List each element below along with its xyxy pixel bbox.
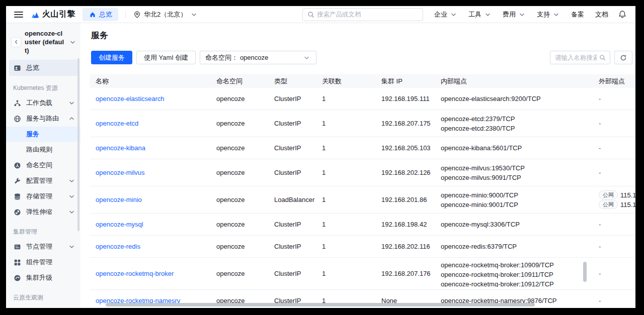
service-name-link[interactable]: opencoze-redis [96,243,140,250]
sidebar-item-label: 总览 [26,63,72,72]
topnav-label: 文档 [595,10,608,19]
logo-text: 火山引擎 [42,9,75,20]
sidebar-section-label: Kubernetes 资源 [13,84,80,92]
internal-endpoints-cell: opencoze-mysql:3306/TCP [441,214,599,235]
sidebar-item-node[interactable]: 节点管理 [6,239,80,254]
sidebar-item-upgrade[interactable]: 集群升级 [6,270,80,285]
sidebar-item-route-rules[interactable]: 路由规则 [6,142,80,157]
location-icon [133,11,141,18]
external-endpoints-cell: 公网115.190.8公网115.190.8 [599,190,635,209]
sidebar-item-namespace[interactable]: 命名空间 [6,158,80,173]
column-header: 集群 IP [381,77,441,86]
chevron-up-icon [67,116,75,121]
chevron-down-icon [67,194,75,199]
divider [125,11,126,18]
service-name-link[interactable]: opencoze-milvus [96,169,145,176]
sidebar-item-config[interactable]: 配置管理 [6,173,80,188]
external-endpoints-cell: - [599,297,635,304]
empty-value-dash: - [599,169,601,176]
table-row: opencoze-mysqlopencozeClusterIP1192.168.… [90,214,635,236]
table-header-row: 名称命名空间类型关联数集群 IP内部端点外部端点 [90,74,635,88]
service-name-cell: opencoze-milvus [90,169,216,176]
sidebar-item-label: 工作负载 [26,98,67,108]
type-cell: LoadBalancer [274,196,322,203]
cluster-switcher[interactable]: opencoze-cluster (default) [6,23,80,60]
storage-icon [13,193,21,200]
cluster-ip-cell: 192.168.202.116 [381,243,441,250]
internal-endpoints-cell: opencoze-milvus:19530/TCPopencoze-milvus… [441,159,599,186]
service-name-link[interactable]: opencoze-elasticsearch [96,95,165,102]
namespace-select[interactable]: 命名空间： opencoze [200,51,316,64]
volcengine-logo[interactable]: 火山引擎 [31,9,75,20]
node-icon [13,243,21,251]
sidebar-item-service[interactable]: 服务 [6,127,80,142]
count-cell: 1 [322,270,381,277]
topnav-enterprise[interactable]: 企业 [434,10,457,19]
create-with-yaml-button[interactable]: 使用 Yaml 创建 [136,51,196,64]
sidebar-item-storage[interactable]: 存储管理 [6,189,80,204]
horizontal-scrollbar[interactable] [106,303,535,306]
service-name-link[interactable]: opencoze-minio [96,196,142,203]
cluster-ip-cell: 192.168.198.42 [381,221,441,228]
topnav-tools[interactable]: 工具 [468,10,492,19]
namespace-cell: opencoze [216,270,274,277]
refresh-button[interactable] [614,51,632,64]
type-cell: ClusterIP [274,270,322,277]
column-header: 名称 [90,77,216,86]
service-name-link[interactable]: opencoze-rocketmq-broker [96,270,174,277]
topnav-label: 支持 [537,10,550,19]
console-overview-button[interactable]: 总览 [83,8,118,21]
endpoint-line: opencoze-etcd:2380/TCP [441,124,599,133]
empty-value-dash: - [599,297,601,304]
empty-value-dash: - [599,144,601,152]
create-service-button[interactable]: 创建服务 [91,51,132,64]
topnav-billing[interactable]: 费用 [503,10,526,19]
endpoint-line: opencoze-rocketmq-broker:10911/TCP [441,270,599,279]
sidebar-item-service-route[interactable]: 服务与路由 [6,111,80,126]
notification-bell-icon[interactable] [618,10,626,19]
endpoint-line: opencoze-rocketmq-broker:10909/TCP [441,260,599,270]
service-name-cell: opencoze-rocketmq-broker [90,270,216,277]
type-cell: ClusterIP [274,144,322,152]
sidebar-item-label: 命名空间 [26,161,75,170]
chevron-down-icon [449,12,457,17]
globe-icon [13,115,21,123]
count-cell: 1 [322,221,381,228]
service-name-cell: opencoze-elasticsearch [90,95,216,102]
hamburger-menu-icon[interactable] [14,12,23,18]
upgrade-icon [13,274,21,282]
sidebar-item-overview[interactable]: 总览 [9,60,77,76]
service-name-link[interactable]: opencoze-etcd [96,120,138,127]
name-search [550,51,610,64]
sidebar-item-workload[interactable]: 工作负载 [6,95,80,111]
topnav-support[interactable]: 支持 [537,10,560,19]
sidebar-item-autoscaling[interactable]: 弹性伸缩 [6,204,80,220]
topnav-docs[interactable]: 文档 [595,10,608,19]
sidebar-item-obs-overview[interactable]: 概览 [6,305,80,307]
table-row: opencoze-milvusopencozeClusterIP1192.168… [90,159,635,186]
namespace-cell: opencoze [216,221,274,228]
internal-endpoints-cell: opencoze-kibana:5601/TCP [441,137,599,159]
external-endpoints-cell: - [599,221,635,228]
sidebar-item-components[interactable]: 组件管理 [6,255,80,270]
sidebar-scrollbar[interactable] [77,58,79,231]
topnav-icp[interactable]: 备案 [571,10,584,19]
endpoint-cell-scrollbar[interactable] [582,261,588,285]
topnav-label: 工具 [468,10,481,19]
chevron-down-icon [67,100,75,106]
services-table: 名称命名空间类型关联数集群 IP内部端点外部端点 opencoze-elasti… [90,74,635,307]
namespace-cell: opencoze [216,169,274,176]
namespace-cell: opencoze [216,243,274,250]
service-name-cell: opencoze-kibana [90,144,216,152]
service-name-link[interactable]: opencoze-kibana [96,144,145,152]
global-search-input[interactable] [302,8,423,21]
count-cell: 1 [322,95,381,102]
external-endpoints-cell: - [599,95,635,102]
service-name-link[interactable]: opencoze-mysql [96,221,143,228]
region-selector[interactable]: 华北2（北京） [133,10,198,19]
endpoint-line: opencoze-milvus:19530/TCP [441,163,599,173]
sidebar-collapse-button[interactable] [11,37,21,47]
column-header: 类型 [274,77,322,86]
public-net-badge: 公网 [599,190,618,199]
count-cell: 1 [322,120,381,127]
